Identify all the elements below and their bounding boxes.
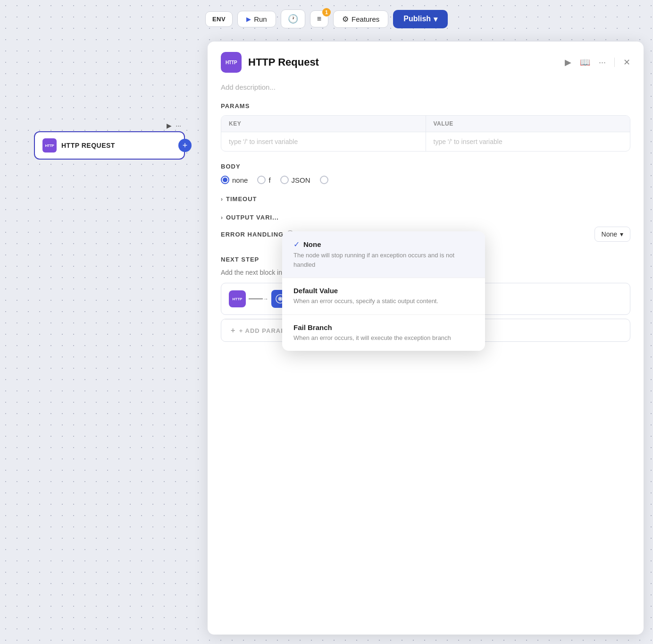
- error-handling-value: None: [602, 230, 617, 238]
- play-icon: ▶: [246, 16, 251, 23]
- panel-play-icon[interactable]: ▶: [565, 57, 571, 68]
- list-icon: ≡: [317, 15, 321, 23]
- dropdown-item-none[interactable]: ✓ None The node will stop running if an …: [282, 231, 485, 278]
- panel-more-icon[interactable]: ···: [599, 58, 606, 68]
- panel-description[interactable]: Add description...: [221, 81, 630, 91]
- dropdown-none-title: None: [303, 240, 321, 248]
- dropdown-default-desc: When an error occurs, specify a static o…: [293, 297, 474, 306]
- radio-none-circle: [221, 176, 229, 184]
- params-table: KEY VALUE type '/' to insert variable ty…: [221, 115, 630, 152]
- chevron-down-icon: ▾: [434, 15, 437, 24]
- error-dropdown-overlay: ✓ None The node will stop running if an …: [282, 231, 485, 351]
- env-button[interactable]: ENV: [205, 11, 233, 27]
- dropdown-item-none-header: ✓ None: [293, 240, 474, 249]
- section-params-header: PARAMS: [221, 102, 630, 110]
- features-label: Features: [352, 15, 379, 23]
- run-button[interactable]: ▶ Run: [237, 11, 276, 27]
- node-controls: ▶ ···: [167, 122, 181, 129]
- publish-button[interactable]: Publish ▾: [393, 10, 448, 28]
- value-cell[interactable]: type '/' to insert variable: [426, 132, 630, 151]
- list-button[interactable]: ≡ 1: [310, 10, 328, 27]
- dropdown-item-fail[interactable]: Fail Branch When an error occurs, it wil…: [282, 315, 485, 351]
- divider: [614, 58, 615, 67]
- dropdown-none-desc: The node will stop running if an excepti…: [293, 251, 474, 269]
- publish-label: Publish: [403, 15, 431, 23]
- check-icon: ✓: [293, 240, 300, 249]
- radio-json-label: JSON: [292, 176, 310, 184]
- svg-point-2: [279, 298, 281, 300]
- radio-f[interactable]: f: [257, 176, 270, 184]
- radio-none-label: none: [232, 176, 248, 184]
- output-label: OUTPUT VARI...: [226, 214, 279, 221]
- clock-icon: 🕐: [288, 14, 298, 24]
- panel-actions: ▶ 📖 ··· ✕: [565, 57, 630, 68]
- history-button[interactable]: 🕐: [281, 9, 305, 28]
- radio-none[interactable]: none: [221, 176, 248, 184]
- output-expand-icon: ›: [221, 214, 223, 221]
- params-label: PARAMS: [221, 102, 250, 110]
- dropdown-fail-desc: When an error occurs, it will execute th…: [293, 333, 474, 343]
- node-play-icon[interactable]: ▶: [167, 122, 172, 129]
- panel-header: HTTP HTTP Request ▶ 📖 ··· ✕: [208, 42, 644, 81]
- panel-book-icon[interactable]: 📖: [580, 57, 590, 68]
- key-col-header: KEY: [221, 116, 426, 132]
- node-box[interactable]: HTTP HTTP REQUEST +: [34, 131, 185, 160]
- notification-badge: 1: [322, 8, 331, 17]
- panel-node-icon: HTTP: [221, 52, 242, 73]
- env-label: ENV: [212, 16, 226, 23]
- dropdown-fail-title: Fail Branch: [293, 323, 332, 331]
- radio-f-label: f: [268, 176, 270, 184]
- panel-close-icon[interactable]: ✕: [623, 57, 630, 68]
- error-handling-dropdown[interactable]: None ▾: [594, 227, 630, 242]
- node-add-button[interactable]: +: [178, 139, 192, 152]
- radio-extra-circle: [320, 176, 328, 184]
- timeout-expand-icon: ›: [221, 196, 223, 203]
- node-icon: HTTP: [42, 138, 57, 153]
- timeout-label: TIMEOUT: [226, 195, 257, 203]
- http-node-icon-small: HTTP: [229, 290, 246, 307]
- value-col-header: VALUE: [426, 116, 630, 132]
- radio-json-circle: [280, 176, 289, 184]
- key-cell[interactable]: type '/' to insert variable: [221, 132, 426, 151]
- radio-json[interactable]: JSON: [280, 176, 310, 184]
- features-button[interactable]: ⚙ Features: [333, 10, 388, 28]
- line-body: [249, 298, 263, 299]
- run-label: Run: [254, 15, 267, 23]
- canvas-node: ▶ ··· HTTP HTTP REQUEST +: [34, 122, 185, 160]
- dropdown-default-title: Default Value: [293, 287, 338, 295]
- node-more-icon[interactable]: ···: [176, 122, 181, 129]
- features-icon: ⚙: [342, 15, 349, 24]
- dropdown-item-default-header: Default Value: [293, 287, 474, 295]
- plus-icon: +: [231, 326, 235, 335]
- params-table-header: KEY VALUE: [221, 116, 630, 132]
- body-label: BODY: [221, 163, 241, 170]
- panel-title: HTTP Request: [248, 56, 558, 68]
- dropdown-chevron-icon: ▾: [620, 230, 623, 238]
- radio-extra[interactable]: [320, 176, 328, 184]
- dropdown-item-fail-header: Fail Branch: [293, 323, 474, 331]
- section-body-header: BODY: [221, 163, 630, 170]
- params-row: type '/' to insert variable type '/' to …: [221, 132, 630, 151]
- arrow-connector: →: [249, 296, 268, 302]
- dropdown-item-default[interactable]: Default Value When an error occurs, spec…: [282, 278, 485, 315]
- panel-body: Add description... PARAMS KEY VALUE type…: [208, 81, 644, 635]
- arrow-head: →: [263, 296, 268, 302]
- radio-f-circle: [257, 176, 266, 184]
- section-timeout-header[interactable]: › TIMEOUT: [221, 195, 630, 203]
- toolbar: ENV ▶ Run 🕐 ≡ 1 ⚙ Features Publish ▾: [0, 0, 653, 38]
- nextstep-label: NEXT STEP: [221, 256, 259, 263]
- node-label: HTTP REQUEST: [61, 142, 115, 149]
- body-options: none f JSON: [221, 176, 630, 184]
- error-handling-text: ERROR HANDLING: [221, 231, 284, 238]
- section-output-header[interactable]: › OUTPUT VARI...: [221, 214, 630, 221]
